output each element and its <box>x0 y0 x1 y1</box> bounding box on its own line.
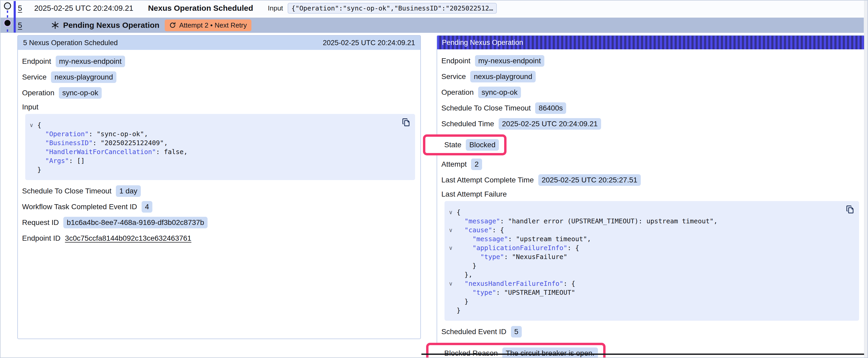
code-line: "Operation": "sync-op-ok", <box>28 130 409 138</box>
code-line-text: "nexusHandlerFailureInfo": { <box>457 279 575 288</box>
field-label: Scheduled Time <box>441 120 494 128</box>
field-endpoint: Endpoint my-nexus-endpoint <box>22 56 415 67</box>
field-value-badge: 2025-02-25 UTC 20:24:09.21 <box>499 118 601 130</box>
chevron-spacer <box>448 297 457 306</box>
field-value-badge: 4 <box>142 201 153 213</box>
code-line: }, <box>448 270 853 279</box>
event-row-nexus-operation-scheduled[interactable]: 5 2025-02-25 UTC 20:24:09.21 Nexus Opera… <box>1 1 864 16</box>
chevron-spacer <box>448 288 457 297</box>
field-label: Endpoint ID <box>22 234 60 242</box>
failure-json-viewer: ∨{ "message": "handler error (UPSTREAM_T… <box>444 201 859 321</box>
scheduled-event-detail-panel: 5 Nexus Operation Scheduled 2025-02-25 U… <box>17 35 421 339</box>
code-line: "type": "NexusFailure" <box>448 253 853 261</box>
event-title: Nexus Operation Scheduled <box>148 4 253 12</box>
retry-badge-text: Attempt 2 • Next Retry <box>179 21 247 29</box>
row-divider <box>1 16 867 18</box>
code-line: } <box>28 165 409 174</box>
event-history-detail-view: { "colors": { "accent_indigo": "#4240e6"… <box>0 0 868 358</box>
field-schedule-to-close-timeout: Schedule To Close Timeout 86400s <box>441 102 859 114</box>
field-operation: Operation sync-op-ok <box>441 87 859 98</box>
code-line-text: } <box>457 261 476 270</box>
code-line: "message": "handler error (UPSTREAM_TIME… <box>448 217 853 226</box>
code-line-text: "applicationFailureInfo": { <box>457 243 579 253</box>
field-label: Operation <box>22 89 54 97</box>
chevron-spacer <box>448 306 457 315</box>
scheduled-panel-title: 5 Nexus Operation Scheduled <box>23 39 118 47</box>
field-scheduled-time: Scheduled Time 2025-02-25 UTC 20:24:09.2… <box>441 118 859 130</box>
code-line-text: } <box>37 165 41 174</box>
field-label: Service <box>441 72 466 81</box>
blocked-reason-highlight-annotation: Blocked Reason The circuit breaker is op… <box>426 343 606 358</box>
retry-icon <box>169 22 176 29</box>
scheduled-panel-header: 5 Nexus Operation Scheduled 2025-02-25 U… <box>18 36 420 50</box>
code-line: ∨{ <box>28 121 409 130</box>
code-line-text: { <box>457 208 461 217</box>
blocked-reason-value-badge: The circuit breaker is open. <box>502 348 598 358</box>
scheduled-panel-body: Endpoint my-nexus-endpoint Service nexus… <box>18 50 420 254</box>
field-operation: Operation sync-op-ok <box>22 87 415 99</box>
vertical-scrollbar[interactable] <box>864 1 867 357</box>
last-attempt-failure-label: Last Attempt Failure <box>441 190 859 198</box>
field-value-badge: 5 <box>511 326 522 337</box>
chevron-spacer <box>28 148 37 156</box>
field-value-badge: sync-op-ok <box>59 87 102 99</box>
code-line: ∨ "applicationFailureInfo": { <box>448 243 853 253</box>
field-value-badge: 86400s <box>535 102 566 114</box>
code-line: "BusinessID": "20250225122409", <box>28 138 409 148</box>
chevron-spacer <box>28 130 37 138</box>
field-endpoint: Endpoint my-nexus-endpoint <box>441 55 859 67</box>
field-label: Operation <box>441 88 474 97</box>
event-detail-panels: 5 Nexus Operation Scheduled 2025-02-25 U… <box>1 35 867 355</box>
event-row-pending-nexus-operation[interactable]: 5 Pending Nexus Operation Attempt 2 • Ne… <box>1 18 864 33</box>
field-value-badge: 2 <box>471 159 482 170</box>
code-line: "message": "upstream timeout", <box>448 235 853 243</box>
timeline-filled-circle-icon <box>4 20 10 26</box>
pending-event-id-link[interactable]: 5 <box>18 21 22 30</box>
input-preview-badge[interactable]: {"Operation":"sync-op-ok","BusinessID":"… <box>288 3 497 14</box>
pending-panel-body: Endpoint my-nexus-endpoint Service nexus… <box>437 50 864 358</box>
collapse-chevron-icon[interactable]: ∨ <box>448 279 457 288</box>
field-scheduled-event-id: Scheduled Event ID 5 <box>441 326 859 337</box>
pending-panel-header: Pending Nexus Operation <box>437 36 864 50</box>
field-value-badge: sync-op-ok <box>478 87 521 98</box>
code-line-text: "Args": [] <box>37 156 85 165</box>
chevron-spacer <box>448 261 457 270</box>
pending-asterisk-icon <box>51 21 59 29</box>
field-label: Endpoint <box>441 57 470 65</box>
code-line: "type": "UPSTREAM_TIMEOUT" <box>448 288 853 297</box>
field-label: Last Attempt Complete Time <box>441 176 534 184</box>
state-value-badge: Blocked <box>466 139 499 151</box>
code-line-text: "cause": { <box>457 226 504 235</box>
collapse-chevron-icon[interactable]: ∨ <box>448 243 457 253</box>
code-line-text: "type": "NexusFailure" <box>457 253 567 261</box>
chevron-spacer <box>28 165 37 174</box>
code-line-text: "type": "UPSTREAM_TIMEOUT" <box>457 288 575 297</box>
field-label: Request ID <box>22 218 59 227</box>
event-id-link[interactable]: 5 <box>18 4 22 12</box>
endpoint-id-link[interactable]: 3c0c75ccfa8144b092c13ce632463761 <box>65 234 191 242</box>
copy-icon[interactable] <box>845 205 855 214</box>
collapse-chevron-icon[interactable]: ∨ <box>448 226 457 235</box>
field-label: State <box>444 141 461 149</box>
code-line-text: } <box>457 306 461 315</box>
field-service: Service nexus-playground <box>441 71 859 83</box>
code-line-text: { <box>37 121 41 130</box>
retry-status-badge: Attempt 2 • Next Retry <box>165 20 251 31</box>
field-label: Workflow Task Completed Event ID <box>22 203 137 211</box>
collapse-chevron-icon[interactable]: ∨ <box>448 208 457 217</box>
code-line-text: "BusinessID": "20250225122409", <box>37 138 168 148</box>
input-label: Input <box>268 4 283 12</box>
chevron-spacer <box>448 235 457 243</box>
field-schedule-to-close-timeout: Schedule To Close Timeout 1 day <box>22 185 415 197</box>
code-line: "HandlerWaitForCancellation": false, <box>28 148 409 156</box>
chevron-spacer <box>448 253 457 261</box>
pending-event-title: Pending Nexus Operation <box>63 21 159 30</box>
code-line: } <box>448 261 853 270</box>
field-label: Schedule To Close Timeout <box>22 187 112 195</box>
field-attempt: Attempt 2 <box>441 159 859 170</box>
code-line: } <box>448 297 853 306</box>
copy-icon[interactable] <box>401 118 411 127</box>
field-value-badge: my-nexus-endpoint <box>56 56 125 67</box>
field-value-badge: nexus-playground <box>470 71 536 83</box>
collapse-chevron-icon[interactable]: ∨ <box>28 121 37 130</box>
